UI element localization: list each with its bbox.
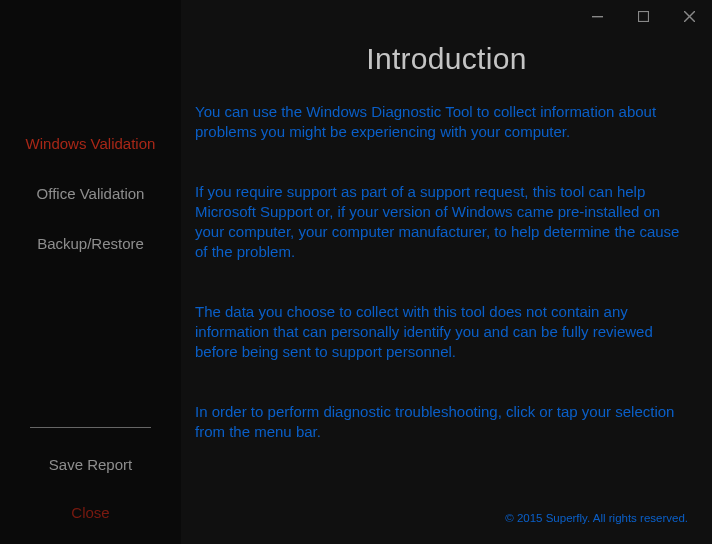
intro-paragraph: In order to perform diagnostic troublesh… <box>195 402 692 442</box>
window-close-button[interactable] <box>666 4 712 28</box>
svg-rect-1 <box>638 11 648 21</box>
content-area: You can use the Windows Diagnostic Tool … <box>181 102 712 544</box>
close-button[interactable]: Close <box>0 488 181 536</box>
maximize-button[interactable] <box>620 4 666 28</box>
sidebar-item-label: Windows Validation <box>26 135 156 152</box>
save-report-label: Save Report <box>49 456 132 473</box>
close-label: Close <box>71 504 109 521</box>
intro-paragraph: If you require support as part of a supp… <box>195 182 692 262</box>
sidebar-divider <box>30 427 151 428</box>
minimize-button[interactable] <box>574 4 620 28</box>
svg-rect-0 <box>592 16 603 17</box>
maximize-icon <box>638 11 649 22</box>
save-report-button[interactable]: Save Report <box>0 440 181 488</box>
sidebar-spacer <box>0 268 181 427</box>
close-icon <box>684 11 695 22</box>
intro-paragraph: The data you choose to collect with this… <box>195 302 692 362</box>
sidebar-item-backup-restore[interactable]: Backup/Restore <box>0 218 181 268</box>
footer-copyright: © 2015 Superfly. All rights reserved. <box>505 512 688 524</box>
page-title: Introduction <box>181 42 712 76</box>
sidebar-item-office-validation[interactable]: Office Validation <box>0 168 181 218</box>
sidebar-item-windows-validation[interactable]: Windows Validation <box>0 118 181 168</box>
sidebar-item-label: Office Validation <box>37 185 145 202</box>
titlebar <box>181 0 712 28</box>
sidebar: Windows Validation Office Validation Bac… <box>0 0 181 544</box>
sidebar-item-label: Backup/Restore <box>37 235 144 252</box>
main-panel: Introduction You can use the Windows Dia… <box>181 0 712 544</box>
minimize-icon <box>592 11 603 22</box>
intro-paragraph: You can use the Windows Diagnostic Tool … <box>195 102 692 142</box>
